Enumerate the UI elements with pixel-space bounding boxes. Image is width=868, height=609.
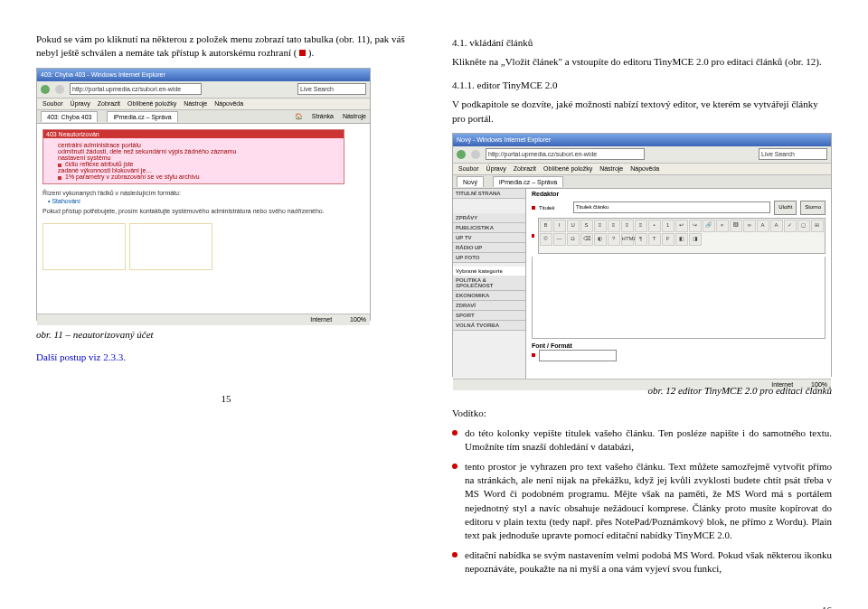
error-note-link[interactable]: • Stahování bbox=[48, 198, 364, 204]
status-bar: Internet 100% bbox=[37, 314, 370, 325]
voditko-item: do této kolonky vepište titulek vašeho č… bbox=[452, 426, 832, 454]
window-titlebar: 403: Chyba 403 - Windows Internet Explor… bbox=[37, 69, 370, 81]
tinymce-button[interactable]: S bbox=[580, 220, 593, 232]
tinymce-button[interactable]: ◧ bbox=[675, 233, 688, 246]
error-line: centrální administrace portálu bbox=[58, 142, 338, 148]
address-field[interactable]: http://portal.upmedia.cz/subori.en-wide bbox=[70, 83, 202, 95]
cms-sidebar: TITULNÍ STRANA ZPRÁVY PUBLICISTIKA UP TV… bbox=[453, 189, 526, 379]
sidebar-publicistika[interactable]: PUBLICISTIKA bbox=[453, 223, 525, 233]
page-menu[interactable]: Stránka bbox=[312, 113, 334, 119]
bullet-marker-icon bbox=[532, 234, 534, 238]
intro-text: Pokud se vám po kliknutí na některou z p… bbox=[36, 33, 405, 58]
tinymce-button[interactable]: ↩ bbox=[675, 220, 688, 232]
tinymce-button[interactable]: HTML bbox=[621, 233, 634, 246]
nav-fwd-icon[interactable] bbox=[55, 85, 64, 94]
menu-edit[interactable]: Úpravy bbox=[486, 165, 506, 172]
sidebar-politika[interactable]: POLITIKA & SPOLEČNOST bbox=[453, 276, 525, 291]
nav-fwd-icon[interactable] bbox=[471, 150, 480, 159]
tinymce-button[interactable]: ∞ bbox=[743, 220, 756, 232]
sidebar-volna[interactable]: VOLNÁ TVORBA bbox=[453, 321, 525, 331]
tinymce-button[interactable]: × bbox=[716, 220, 729, 232]
nav-back-icon[interactable] bbox=[41, 85, 50, 94]
search-field[interactable]: Live Search bbox=[297, 83, 366, 95]
menu-view[interactable]: Zobrazit bbox=[98, 100, 120, 107]
sidebar-titulni[interactable]: TITULNÍ STRANA bbox=[453, 189, 525, 199]
zone-label: Internet bbox=[310, 316, 332, 323]
tinymce-button[interactable]: ✓ bbox=[784, 220, 797, 232]
error-line: čidlo reflexe atributů jste bbox=[58, 161, 338, 167]
tinymce-button[interactable]: ◨ bbox=[689, 233, 702, 246]
address-field[interactable]: http://portal.upmedia.cz/subori.en-wide bbox=[486, 148, 645, 160]
tinymce-button[interactable]: ↪ bbox=[689, 220, 702, 232]
menu-edit[interactable]: Úpravy bbox=[71, 100, 90, 107]
tab-error[interactable]: 403: Chyba 403 bbox=[41, 111, 98, 122]
tinymce-button[interactable]: ⊞ bbox=[811, 220, 824, 232]
home-icon[interactable]: 🏠 bbox=[295, 113, 303, 120]
title-input[interactable]: Titulek článku bbox=[573, 201, 770, 213]
tinymce-button[interactable]: 1 bbox=[662, 220, 675, 232]
tools-menu[interactable]: Nástroje bbox=[343, 113, 366, 119]
tinymce-button[interactable]: ≡ bbox=[594, 220, 607, 232]
sidebar-zpravy[interactable]: ZPRÁVY bbox=[453, 213, 525, 223]
menu-file[interactable]: Soubor bbox=[458, 165, 479, 172]
tinymce-button[interactable]: ¶ bbox=[635, 233, 647, 246]
tinymce-button[interactable]: ≡ bbox=[621, 220, 634, 232]
error-line: 1% parametry v zobrazování se ve stylu a… bbox=[58, 173, 338, 180]
sidebar-uptv[interactable]: UP TV bbox=[453, 233, 525, 243]
tinymce-button[interactable]: ? bbox=[608, 233, 620, 246]
search-field[interactable]: Live Search bbox=[759, 148, 827, 160]
tinymce-button[interactable]: ⌫ bbox=[580, 233, 593, 246]
tinymce-button[interactable]: Ω bbox=[567, 233, 580, 246]
cancel-button[interactable]: Storno bbox=[800, 201, 826, 215]
nav-back-icon[interactable] bbox=[457, 150, 466, 159]
tinymce-button[interactable]: ◐ bbox=[594, 233, 607, 246]
tinymce-button[interactable]: A bbox=[770, 220, 783, 232]
save-button[interactable]: Uložit bbox=[774, 201, 797, 215]
menu-view[interactable]: Zobrazit bbox=[514, 165, 536, 172]
tinymce-button[interactable]: T bbox=[648, 233, 661, 246]
tinymce-button[interactable]: © bbox=[540, 233, 552, 246]
error-panel: 403 Neautorizován centrální administrace… bbox=[42, 129, 344, 184]
tab-new[interactable]: Nový bbox=[457, 176, 484, 187]
tinymce-button[interactable]: 🖼 bbox=[730, 220, 742, 232]
error-title: 403 Neautorizován bbox=[43, 130, 344, 138]
sidebar-zdravi[interactable]: ZDRAVÍ bbox=[453, 301, 525, 311]
menu-help[interactable]: Nápověda bbox=[630, 165, 659, 172]
window-title: Nový - Windows Internet Explorer bbox=[457, 136, 551, 143]
sidebar-sport[interactable]: SPORT bbox=[453, 311, 525, 321]
tinymce-button[interactable]: — bbox=[553, 233, 566, 246]
tab-admin[interactable]: iPmedia.cz – Správa bbox=[107, 111, 177, 122]
tinymce-button[interactable]: U bbox=[567, 220, 580, 232]
menu-fav[interactable]: Oblíbené položky bbox=[127, 100, 176, 107]
font-select[interactable] bbox=[539, 350, 617, 361]
sidebar-ekonomika[interactable]: EKONOMIKA bbox=[453, 291, 525, 301]
window-titlebar: Nový - Windows Internet Explorer bbox=[453, 134, 831, 146]
error-footer: Pokud přístup potřebujete, prosím kontak… bbox=[42, 208, 364, 214]
tinymce-button[interactable]: ≡ bbox=[635, 220, 647, 232]
browser-tabbar: 403: Chyba 403 iPmedia.cz – Správa 🏠 Str… bbox=[37, 110, 370, 124]
tinymce-toolbar: BIUS≡≡≡≡•1↩↪🔗×🖼∞AA✓◻⊞©—Ω⌫◐?HTML¶TF◧◨ bbox=[538, 218, 826, 254]
tab-admin[interactable]: iPmedia.cz – Správa bbox=[493, 176, 563, 187]
menu-tools[interactable]: Nástroje bbox=[599, 165, 623, 172]
tinymce-button[interactable]: B bbox=[540, 220, 552, 232]
tinymce-button[interactable]: ≡ bbox=[608, 220, 620, 232]
browser-menubar: Soubor Úpravy Zobrazit Oblíbené položky … bbox=[37, 98, 370, 110]
sidebar-heading-categories: Vybrané kategorie bbox=[453, 267, 525, 276]
tinymce-button[interactable]: F bbox=[662, 233, 675, 246]
tinymce-button[interactable]: ◻ bbox=[797, 220, 810, 232]
tinymce-button[interactable]: A bbox=[757, 220, 769, 232]
sidebar-upfoto[interactable]: UP FOTO bbox=[453, 253, 525, 263]
menu-help[interactable]: Nápověda bbox=[214, 100, 243, 107]
next-steps-link: Další postup viz 2.3.3. bbox=[36, 351, 416, 364]
menu-fav[interactable]: Oblíbené položky bbox=[543, 165, 592, 172]
sidebar-radio[interactable]: RÁDIO UP bbox=[453, 243, 525, 253]
tinymce-button[interactable]: 🔗 bbox=[703, 220, 715, 232]
tinymce-editor-body[interactable] bbox=[532, 257, 826, 339]
tinymce-button[interactable]: • bbox=[648, 220, 661, 232]
page-right: 4.1. vkládání článků Klikněte na „Vložit… bbox=[452, 27, 832, 609]
tinymce-button[interactable]: I bbox=[553, 220, 566, 232]
menu-file[interactable]: Soubor bbox=[42, 100, 63, 107]
error-line: zadané výkonnosti blokování je… bbox=[58, 167, 338, 173]
menu-tools[interactable]: Nástroje bbox=[184, 100, 207, 107]
section-4-1-1-heading: 4.1.1. editor TinyMCE 2.0 bbox=[452, 79, 832, 92]
